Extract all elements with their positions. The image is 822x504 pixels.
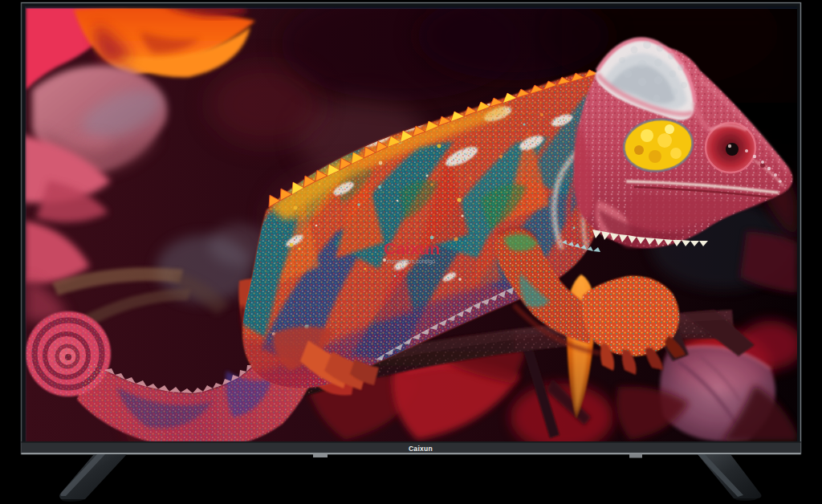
svg-text:momentos contigo: momentos contigo	[387, 258, 435, 265]
svg-text:Caixun: Caixun	[409, 445, 433, 453]
svg-text:Caixun: Caixun	[384, 239, 440, 258]
